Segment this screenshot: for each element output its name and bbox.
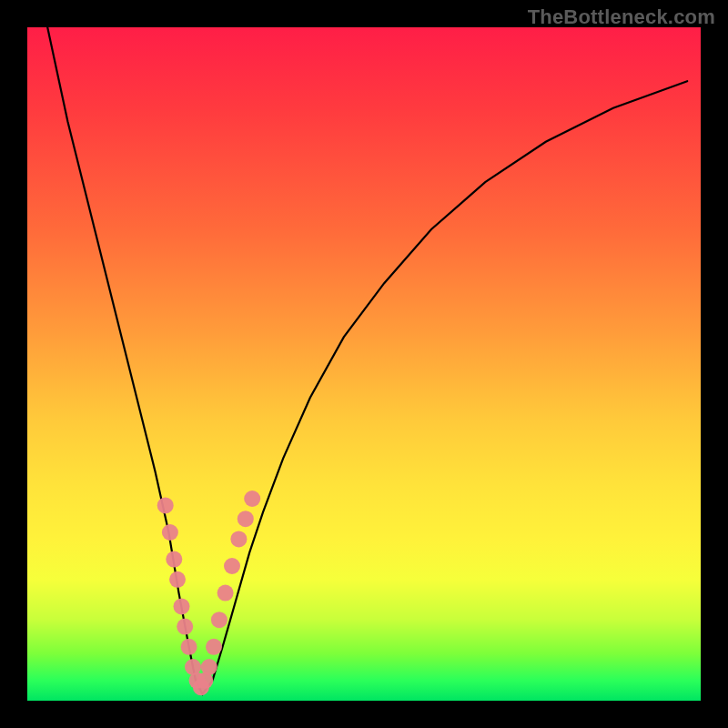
- marker-group: [157, 490, 261, 695]
- marker-dot: [206, 639, 222, 655]
- bottleneck-curve-path: [47, 27, 687, 694]
- marker-dot: [230, 531, 247, 547]
- marker-dot: [174, 598, 190, 614]
- marker-dot: [177, 619, 193, 635]
- marker-dot: [162, 524, 178, 541]
- marker-dot: [238, 511, 254, 527]
- plot-area: [27, 27, 701, 701]
- marker-dot: [211, 612, 228, 628]
- watermark-text: TheBottleneck.com: [528, 5, 715, 29]
- marker-dot: [224, 558, 240, 574]
- marker-dot: [244, 490, 260, 507]
- chart-frame: TheBottleneck.com: [0, 0, 728, 728]
- marker-dot: [201, 659, 217, 675]
- marker-dot: [166, 551, 182, 568]
- marker-dot: [181, 639, 197, 655]
- curve-layer: [27, 27, 701, 701]
- marker-dot: [157, 497, 174, 513]
- marker-dot: [169, 571, 186, 588]
- marker-dot: [217, 585, 234, 602]
